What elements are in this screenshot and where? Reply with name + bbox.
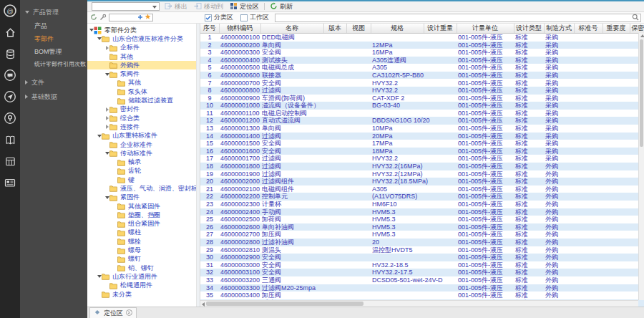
- tree-expand-icon[interactable]: [104, 152, 109, 155]
- work-area-checkbox[interactable]: 工作区: [240, 13, 269, 22]
- move-out-button[interactable]: 移出: [163, 2, 189, 11]
- column-header-version[interactable]: 版本: [323, 24, 346, 34]
- tree-node[interactable]: 松绳通用件: [87, 281, 196, 290]
- nav-item-4[interactable]: 统计零部件引用次数: [20, 58, 87, 71]
- table-row[interactable]: 646000000600联接器CA3102R-5P-B80001-005件-液压…: [200, 72, 644, 80]
- tree-expand-icon[interactable]: [97, 135, 102, 138]
- table-row[interactable]: 1346000001300单向阀10MPa001-005件-液压标准采购: [200, 125, 644, 132]
- locate-area-tab[interactable]: 定位区: [89, 307, 137, 318]
- nav-item-3[interactable]: BOM管理: [20, 45, 87, 58]
- tree-node[interactable]: 液压、气动、润滑、密封标准件: [87, 184, 196, 193]
- tree-expand-icon[interactable]: [97, 275, 102, 278]
- locate-area-button[interactable]: 定位区: [228, 2, 260, 11]
- tree-expand-icon[interactable]: [89, 29, 94, 32]
- column-header-code[interactable]: 物料编码: [219, 24, 260, 34]
- tree-node[interactable]: 综合类: [87, 114, 196, 122]
- tree-node[interactable]: 泵阀件: [87, 69, 196, 78]
- tree-node[interactable]: 其他紧固件: [87, 202, 196, 211]
- tree-node[interactable]: 组合紧固件: [87, 220, 196, 228]
- tree-node[interactable]: 未分类: [87, 290, 196, 299]
- vertical-scroll-thumb[interactable]: [640, 39, 643, 147]
- tree-node[interactable]: 泵头体: [87, 87, 196, 96]
- tree-collapse-icon[interactable]: [104, 46, 109, 50]
- tree-expand-icon[interactable]: [97, 37, 102, 40]
- table-row[interactable]: 2846000002800过滤补油阀20001-005件-液压标准外购: [200, 238, 644, 246]
- column-header-unit[interactable]: 计量单位: [457, 24, 514, 34]
- tree-node[interactable]: 山东合信液压标准件分类: [87, 34, 196, 43]
- send-icon[interactable]: [1, 88, 19, 105]
- tree-node[interactable]: 零部件分类: [87, 26, 196, 34]
- move-to-button[interactable]: 移动到: [192, 2, 225, 11]
- table-row[interactable]: 2646000002600单向补油阀HVM5.3001-005件-液压标准外购: [200, 223, 644, 231]
- table-row[interactable]: 2046000002000过滤阀组件HVY32.2(18.5MPa)001-00…: [200, 178, 644, 186]
- table-row[interactable]: 1646000001600安全阀18MPa001-005件-液压标准采购: [200, 148, 644, 155]
- table-row[interactable]: 746000000700安全阀HVY32.2001-005件-液压标准采购: [200, 79, 644, 87]
- table-row[interactable]: 1146000001100电磁启动控制阀001-005件-液压标准采购: [200, 110, 644, 117]
- table-row[interactable]: 1446000001400过滤阀20MPa001-005件-液压标准采购: [200, 132, 644, 140]
- plus-icon[interactable]: [137, 14, 143, 21]
- nav-group-basic-data[interactable]: 基础数据: [20, 90, 87, 104]
- nav-item-1[interactable]: 产品: [20, 19, 87, 32]
- tree-collapse-icon[interactable]: [104, 125, 109, 129]
- tree-node[interactable]: 密封件: [87, 105, 196, 114]
- table-row[interactable]: 2946000002810测温头温控型HVDT5001-005件-液压标准外购: [200, 246, 644, 254]
- schedule-icon[interactable]: [1, 153, 19, 170]
- table-row[interactable]: 946000000900车滑阀(卸荷阀)CAT-XDF 2001-005件-液压…: [200, 95, 644, 102]
- column-header-weight[interactable]: 设计重量: [424, 24, 457, 34]
- vertical-scrollbar[interactable]: [638, 33, 644, 300]
- tree-node[interactable]: 连接件: [87, 122, 196, 131]
- tree-node[interactable]: 山东行业通用件: [87, 272, 196, 281]
- table-row[interactable]: 2146000002100电磁阀组件A305001-005件-液压标准外购: [200, 186, 644, 193]
- column-header-design_type[interactable]: 设计类型: [514, 24, 544, 34]
- table-row[interactable]: 3346000003200三通阀DCSD05-501-wet-24V-D001-…: [200, 276, 644, 284]
- category-combo[interactable]: [92, 2, 160, 11]
- close-icon[interactable]: [126, 309, 132, 317]
- tree-node[interactable]: 其他: [87, 79, 196, 87]
- table-row[interactable]: 3146000003000安全阀HV32.2-18.5001-005件-液压标准…: [200, 261, 644, 269]
- horizontal-scroll-thumb[interactable]: [206, 302, 364, 306]
- table-row[interactable]: 346000000300安全阀16MPa001-005件-液压标准采购: [200, 49, 644, 57]
- table-row[interactable]: 2746000002700卸压阀HVM5.3001-005件-液压标准外购: [200, 231, 644, 238]
- table-row[interactable]: 1046000001000溢流阀（设备备件）BG-03-40001-005件-液…: [200, 102, 644, 110]
- table-row[interactable]: 246000000200单向阀12MPa001-005件-液压标准采购: [200, 42, 644, 49]
- star-icon[interactable]: [145, 14, 151, 21]
- card-icon[interactable]: [1, 174, 19, 191]
- table-row[interactable]: 3046000002900安全阀001-005件-液压标准外购: [200, 254, 644, 261]
- tree-filter-input[interactable]: [109, 14, 153, 21]
- table-row[interactable]: 546000000500电磁阀总成A305001-005件-液压标准采购: [200, 64, 644, 72]
- table-row[interactable]: 2346000002300计量杯HM6F10001-005件-液压标准外购: [200, 201, 644, 208]
- nav-group-files[interactable]: 文件: [20, 75, 87, 90]
- table-row[interactable]: 3446000003300过滤阀M20-25mpa001-005件-液压标准外购: [200, 284, 644, 292]
- tree-expand-icon[interactable]: [104, 73, 109, 76]
- table-row[interactable]: 146000000100DED电磁阀001-005件-液压标准采购: [200, 34, 644, 42]
- refresh-button[interactable]: 刷新: [268, 2, 294, 11]
- search-icon[interactable]: [632, 14, 639, 22]
- chat-icon[interactable]: [1, 67, 19, 84]
- table-row[interactable]: 2446000002400手动阀HVM5.3001-005件-液压标准外购: [200, 208, 644, 216]
- column-header-make[interactable]: 制造方式: [544, 24, 574, 34]
- table-row[interactable]: 1846000001800过滤阀HVY32.2(16MPa)001-005件-液…: [200, 163, 644, 170]
- tree-node[interactable]: 螺栓: [87, 237, 196, 246]
- table-row[interactable]: 2546000002500卸荷阀HVM5.3001-005件-液压标准外购: [200, 216, 644, 223]
- tree-node[interactable]: 储能器过滤装置: [87, 96, 196, 105]
- table-row[interactable]: 2246000002200控制单元(A11VO75DRS)001-005件-液压…: [200, 193, 644, 201]
- classify-area-checkbox[interactable]: 分类区: [205, 13, 233, 22]
- book-icon[interactable]: [1, 131, 19, 148]
- scroll-left-arrow-icon[interactable]: [202, 302, 205, 307]
- column-header-secret[interactable]: 保密代号: [630, 24, 644, 34]
- table-row[interactable]: 846000000800过滤阀HVY32.2001-005件-液压标准采购: [200, 87, 644, 95]
- logo-icon[interactable]: @: [1, 2, 19, 19]
- tree-node[interactable]: 齿轮: [87, 167, 196, 175]
- tree-node[interactable]: 螺钉: [87, 255, 196, 264]
- tree-node[interactable]: 传动标准件: [87, 149, 196, 158]
- search-input[interactable]: [275, 14, 641, 22]
- home-icon[interactable]: [1, 24, 19, 41]
- tree-node[interactable]: 垫圈、挡圈: [87, 211, 196, 219]
- table-row[interactable]: 1746000001700过滤阀HVY32.2001-005件-液压标准采购: [200, 155, 644, 163]
- location-icon[interactable]: [1, 110, 19, 127]
- nav-group-product-management[interactable]: 产品管理: [20, 5, 87, 19]
- table-row[interactable]: 3546000003400卸压阀001-005件-液压标准外购: [200, 292, 644, 299]
- column-header-view[interactable]: 视图: [346, 24, 371, 34]
- column-header-spec[interactable]: 规格: [371, 24, 424, 34]
- tree-refresh-icon[interactable]: [90, 14, 97, 22]
